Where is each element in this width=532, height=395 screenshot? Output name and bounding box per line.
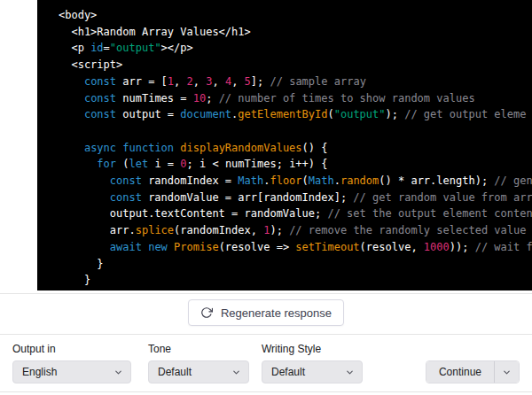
field-tone: Tone Default	[148, 343, 249, 383]
chevron-down-icon	[113, 368, 123, 377]
tone-label: Tone	[148, 343, 249, 355]
chevron-down-icon	[502, 368, 512, 377]
continue-button[interactable]: Continue	[426, 361, 495, 383]
writing-style-label: Writing Style	[262, 343, 363, 355]
writing-style-select[interactable]: Default	[262, 360, 363, 383]
bottom-toolbar: Output in English Tone Default Writing S…	[0, 334, 532, 392]
divider	[0, 293, 532, 294]
regenerate-label: Regenerate response	[221, 306, 332, 320]
field-output-in: Output in English	[12, 343, 131, 383]
code-block: <body> <h1>Random Array Values</h1> <p i…	[37, 0, 532, 290]
output-language-value: English	[22, 366, 57, 378]
continue-dropdown-button[interactable]	[495, 361, 519, 383]
chat-response-page: <body> <h1>Random Array Values</h1> <p i…	[0, 0, 532, 395]
field-writing-style: Writing Style Default	[262, 343, 363, 383]
tone-select[interactable]: Default	[148, 360, 249, 383]
output-in-label: Output in	[12, 343, 131, 355]
regenerate-button[interactable]: Regenerate response	[188, 299, 344, 326]
output-language-select[interactable]: English	[12, 360, 131, 383]
tone-value: Default	[158, 366, 192, 378]
writing-style-value: Default	[271, 366, 305, 378]
chevron-down-icon	[345, 368, 355, 377]
continue-split-button: Continue	[426, 360, 520, 383]
regenerate-row: Regenerate response	[0, 299, 532, 326]
regenerate-icon	[200, 306, 213, 319]
chevron-down-icon	[231, 368, 241, 377]
